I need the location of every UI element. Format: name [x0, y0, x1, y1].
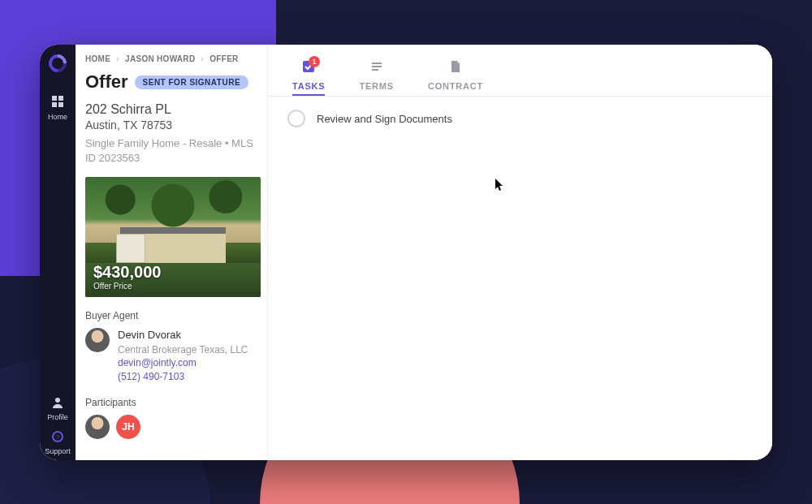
nav-rail: Home Profile ? Support: [40, 45, 76, 460]
buyer-agent-label: Buyer Agent: [85, 310, 261, 321]
profile-icon: [52, 397, 63, 411]
document-icon: [448, 59, 463, 78]
status-badge: SENT FOR SIGNATURE: [135, 75, 248, 89]
nav-home[interactable]: Home: [40, 90, 76, 126]
buyer-agent-row: Devin Dvorak Central Brokerage Texas, LL…: [85, 328, 261, 384]
breadcrumb-home[interactable]: HOME: [85, 54, 110, 63]
task-label: Review and Sign Documents: [317, 113, 452, 125]
task-item[interactable]: Review and Sign Documents: [287, 110, 753, 127]
nav-support-label: Support: [45, 447, 71, 455]
app-window: Home Profile ? Support HOME ›: [40, 45, 772, 460]
agent-email-link[interactable]: devin@jointly.com: [118, 356, 248, 370]
property-meta: Single Family Home - Resale • MLS ID 202…: [85, 136, 261, 166]
nav-profile[interactable]: Profile: [40, 392, 76, 426]
page-title: Offer: [85, 71, 128, 93]
home-icon: [51, 95, 64, 111]
nav-home-label: Home: [48, 113, 67, 121]
agent-name: Devin Dvorak: [118, 328, 248, 342]
chevron-right-icon: ›: [116, 54, 119, 63]
tab-terms[interactable]: TERMS: [359, 59, 394, 96]
svg-rect-2: [52, 102, 57, 107]
property-photo[interactable]: $430,000 Offer Price: [85, 177, 261, 297]
nav-profile-label: Profile: [47, 413, 68, 421]
offer-price: $430,000: [93, 263, 161, 282]
svg-rect-8: [372, 62, 382, 64]
detail-panel: HOME › JASON HOWARD › OFFER Offer SENT F…: [76, 45, 267, 460]
tab-bar: TASKS1TERMSCONTRACT: [268, 45, 772, 97]
breadcrumb-person[interactable]: JASON HOWARD: [125, 54, 195, 63]
participant-avatar[interactable]: [85, 415, 110, 439]
agent-phone-link[interactable]: (512) 490-7103: [118, 370, 248, 384]
tab-label: TASKS: [292, 81, 325, 91]
offer-price-label: Offer Price: [93, 282, 161, 291]
svg-point-4: [55, 398, 60, 403]
participants-row: JH: [85, 415, 261, 439]
notification-badge: 1: [309, 56, 320, 67]
tab-label: TERMS: [359, 81, 394, 91]
tab-contract[interactable]: CONTRACT: [428, 59, 483, 96]
tab-tasks[interactable]: TASKS1: [292, 59, 325, 96]
svg-rect-0: [52, 96, 57, 101]
agent-company: Central Brokerage Texas, LLC: [118, 343, 248, 357]
property-address-line2: Austin, TX 78753: [85, 118, 261, 131]
agent-avatar[interactable]: [85, 328, 110, 352]
app-logo-icon: [45, 50, 70, 75]
svg-rect-3: [58, 102, 63, 107]
svg-rect-1: [58, 96, 63, 101]
svg-text:?: ?: [56, 433, 60, 441]
task-list: Review and Sign Documents: [268, 97, 772, 140]
property-address-line1: 202 Schirra PL: [85, 102, 261, 117]
nav-support[interactable]: ? Support: [40, 426, 76, 460]
tab-label: CONTRACT: [428, 81, 483, 91]
participants-label: Participants: [85, 397, 261, 408]
breadcrumb-current: OFFER: [209, 54, 238, 63]
task-checkbox[interactable]: [287, 110, 305, 127]
main-area: TASKS1TERMSCONTRACT Review and Sign Docu…: [267, 45, 772, 460]
list-icon: [369, 59, 384, 78]
svg-rect-10: [372, 69, 378, 71]
chevron-right-icon: ›: [201, 54, 205, 63]
participant-avatar[interactable]: JH: [116, 415, 140, 439]
support-icon: ?: [52, 431, 63, 446]
svg-rect-9: [372, 66, 382, 67]
breadcrumb: HOME › JASON HOWARD › OFFER: [85, 54, 261, 63]
